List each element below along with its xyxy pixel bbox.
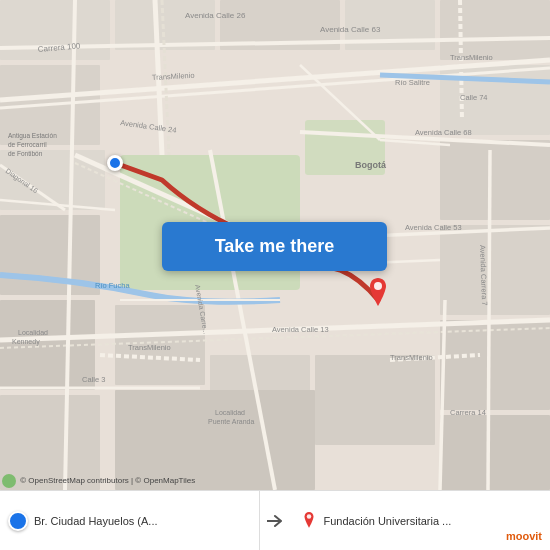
osm-logo [2,474,16,488]
take-me-there-button[interactable]: Take me there [162,222,387,271]
svg-rect-15 [440,225,550,315]
svg-text:Bogotá: Bogotá [355,160,387,170]
origin-icon [8,511,28,531]
svg-text:Avenida Calle 63: Avenida Calle 63 [320,25,381,34]
map-container: Carrera 100 Avenida Calle 26 Avenida Cal… [0,0,550,490]
map-attribution: © OpenStreetMap contributors | © OpenMap… [2,474,195,488]
svg-rect-12 [440,0,550,60]
svg-rect-20 [315,355,435,445]
origin-marker [107,155,123,171]
moovit-logo: moovit [506,530,542,542]
svg-text:TransMilenio: TransMilenio [128,343,171,352]
svg-text:Localidad: Localidad [18,329,48,336]
svg-text:Río Salitre: Río Salitre [395,78,430,87]
svg-text:de Fontibón: de Fontibón [8,150,43,157]
svg-text:Carrera 14: Carrera 14 [450,408,486,417]
svg-text:Kennedy: Kennedy [12,338,40,346]
svg-rect-17 [440,415,550,490]
svg-text:TransMilenio: TransMilenio [450,53,493,62]
origin-label: Br. Ciudad Hayuelos (A... [34,515,158,527]
svg-text:Avenida Calle 53: Avenida Calle 53 [405,223,462,232]
destination-marker [366,278,390,314]
svg-text:Localidad: Localidad [215,409,245,416]
svg-text:Puente Aranda: Puente Aranda [208,418,254,425]
bottom-bar: Br. Ciudad Hayuelos (A... Fundación Univ… [0,490,550,550]
svg-text:Antigua Estación: Antigua Estación [8,132,57,140]
svg-text:Avenida Calle 13: Avenida Calle 13 [272,325,329,334]
svg-text:Calle 74: Calle 74 [460,93,488,102]
destination-pin-icon [300,512,318,530]
svg-text:de Ferrocarril: de Ferrocarril [8,141,47,148]
svg-point-51 [374,282,382,290]
svg-text:Calle 3: Calle 3 [82,375,105,384]
svg-point-52 [306,514,311,519]
svg-text:Avenida Calle 68: Avenida Calle 68 [415,128,472,137]
svg-rect-16 [440,320,550,410]
svg-rect-14 [440,140,550,220]
destination-label: Fundación Universitaria ... [324,515,452,527]
origin-section: Br. Ciudad Hayuelos (A... [0,491,260,550]
route-arrow-icon [266,511,286,531]
svg-text:TransMilenio: TransMilenio [390,353,433,362]
svg-text:Río Fucha: Río Fucha [95,281,130,290]
svg-text:Avenida Calle 26: Avenida Calle 26 [185,11,246,20]
